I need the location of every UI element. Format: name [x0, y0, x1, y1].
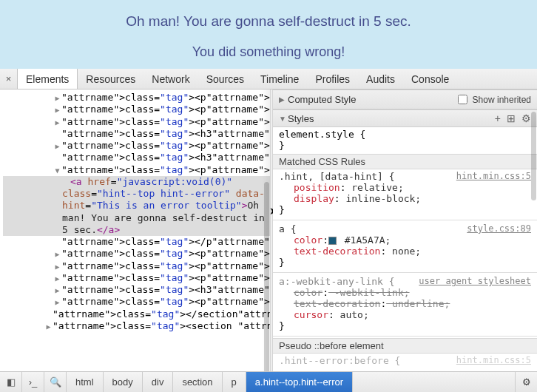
rule-selector: .hint, [data-hint] {: [279, 171, 395, 182]
css-property[interactable]: display: inline-block;: [279, 193, 531, 204]
devtools-tabbar: × Elements Resources Network Sources Tim…: [0, 69, 537, 89]
css-property[interactable]: color: -webkit-link;: [279, 287, 531, 298]
breadcrumb-item[interactable]: a.hint--top.hint--error: [246, 372, 353, 392]
source-link[interactable]: style.css:89: [467, 223, 531, 234]
breadcrumb-item[interactable]: p: [223, 372, 246, 392]
computed-style-header[interactable]: ▶ Computed Style Show inherited: [273, 89, 537, 109]
dom-node[interactable]: ▶"attrname">class="tag"><p"attrname">cla…: [3, 116, 270, 128]
tab-sources[interactable]: Sources: [198, 69, 252, 89]
styles-header[interactable]: ▼ Styles + ⊞ ⚙: [273, 109, 537, 127]
dom-node[interactable]: ▶"attrname">class="tag"><h3"attrname">cl…: [3, 284, 270, 296]
breadcrumb: htmlbodydivsectionpa.hint--top.hint--err…: [67, 372, 353, 392]
dom-node[interactable]: "attrname">class="tag"><h3"attrname">cla…: [3, 152, 270, 163]
rule-close: }: [279, 204, 531, 215]
dock-icon[interactable]: ◧: [0, 372, 22, 392]
page-preview: Oh man! You are gonna self-destruct in 5…: [0, 0, 537, 69]
disclosure-triangle-icon[interactable]: ▶: [53, 286, 61, 296]
breadcrumb-item[interactable]: body: [104, 372, 143, 392]
tab-network[interactable]: Network: [143, 69, 197, 89]
dom-node[interactable]: ▶"attrname">class="tag"><p"attrname">cla…: [3, 260, 270, 272]
tab-timeline[interactable]: Timeline: [252, 69, 307, 89]
styles-panel: ▶ Computed Style Show inherited ▼ Styles…: [273, 89, 537, 371]
css-rule[interactable]: a:-webkit-any-link {user agent styleshee…: [273, 274, 537, 334]
dom-node[interactable]: "attrname">class="tag"><h3"attrname">cla…: [3, 128, 270, 140]
disclosure-triangle-icon[interactable]: ▶: [53, 106, 61, 115]
bottombar: ◧ ›_ 🔍 htmlbodydivsectionpa.hint--top.hi…: [0, 371, 537, 392]
tooltip-line2: You did something wrong!: [0, 44, 537, 60]
styles-label: Styles: [288, 113, 495, 124]
source-link[interactable]: hint.min.css:5: [456, 355, 531, 366]
pseudo-before-header: Pseudo ::before element: [273, 338, 537, 354]
scrollbar-thumb[interactable]: [264, 182, 269, 371]
rule-close: }: [279, 320, 531, 331]
dom-node[interactable]: ▶"attrname">class="tag"><section "attrna…: [3, 320, 270, 332]
breadcrumb-item[interactable]: section: [173, 372, 222, 392]
tab-elements[interactable]: Elements: [17, 69, 78, 89]
search-icon[interactable]: 🔍: [44, 372, 67, 392]
css-property[interactable]: text-decoration: underline;: [279, 298, 531, 309]
chevron-down-icon: ▼: [279, 115, 288, 123]
show-inherited-label: Show inherited: [473, 95, 531, 105]
source-link[interactable]: user agent stylesheet: [419, 276, 531, 287]
settings-gear-icon[interactable]: ⚙: [515, 372, 537, 392]
disclosure-triangle-icon[interactable]: ▼: [53, 166, 61, 176]
tab-console[interactable]: Console: [403, 69, 457, 89]
dom-node[interactable]: ▶"attrname">class="tag"><p"attrname">cla…: [3, 248, 270, 260]
tab-profiles[interactable]: Profiles: [307, 69, 358, 89]
rule-selector: .hint--error:before {: [279, 355, 400, 366]
tab-audits[interactable]: Audits: [358, 69, 403, 89]
gear-icon[interactable]: ⚙: [521, 112, 531, 124]
dom-node[interactable]: ▶"attrname">class="tag"><p"attrname">cla…: [3, 296, 270, 308]
matched-rules-header: Matched CSS Rules: [273, 154, 537, 169]
dom-node[interactable]: "attrname">class="tag"></section"attrnam…: [3, 308, 270, 320]
color-swatch-icon[interactable]: [328, 237, 337, 245]
scrollbar-thumb[interactable]: [531, 112, 536, 200]
computed-style-label: Computed Style: [288, 94, 455, 105]
dom-node[interactable]: "attrname">class="tag"></p"attrname">cla…: [3, 236, 270, 248]
new-rule-icon[interactable]: +: [495, 112, 501, 124]
show-inherited-checkbox[interactable]: [458, 95, 467, 104]
breadcrumb-item[interactable]: div: [143, 372, 174, 392]
rule-selector: a:-webkit-any-link {: [279, 276, 395, 287]
rule-selector: element.style {: [279, 129, 531, 140]
dom-node[interactable]: ▼"attrname">class="tag"><p"attrname">cla…: [3, 164, 270, 176]
dom-node[interactable]: ▶"attrname">class="tag"><p"attrname">cla…: [3, 272, 270, 284]
console-toggle-icon[interactable]: ›_: [22, 372, 44, 392]
css-property[interactable]: cursor: auto;: [279, 309, 531, 320]
chevron-right-icon: ▶: [279, 95, 288, 104]
css-property[interactable]: position: relative;: [279, 182, 531, 193]
dom-node[interactable]: <a href="javascript:void(0)" class="hint…: [3, 176, 270, 236]
tooltip-line1: Oh man! You are gonna self-destruct in 5…: [0, 13, 537, 30]
dom-panel[interactable]: ▶"attrname">class="tag"><p"attrname">cla…: [0, 89, 270, 371]
rule-close: }: [279, 257, 531, 268]
disclosure-triangle-icon[interactable]: ▶: [53, 298, 61, 308]
disclosure-triangle-icon[interactable]: ▶: [53, 142, 61, 152]
rule-close: }: [279, 140, 531, 151]
dom-node[interactable]: ▶"attrname">class="tag"><p"attrname">cla…: [3, 92, 270, 104]
pseudo-rule[interactable]: .hint--error:before { hint.min.css:5: [273, 354, 537, 369]
css-rule[interactable]: .hint, [data-hint] {hint.min.css:5positi…: [273, 169, 537, 218]
disclosure-triangle-icon[interactable]: ▶: [53, 250, 61, 260]
breadcrumb-item[interactable]: html: [67, 372, 104, 392]
main-area: ▶"attrname">class="tag"><p"attrname">cla…: [0, 89, 537, 371]
css-property[interactable]: color: #1A5A7A;: [279, 234, 531, 246]
disclosure-triangle-icon[interactable]: ▶: [53, 118, 61, 128]
rule-selector: a {: [279, 223, 296, 234]
toggle-states-icon[interactable]: ⊞: [507, 112, 516, 124]
source-link[interactable]: hint.min.css:5: [456, 171, 531, 182]
element-style-rule[interactable]: element.style { }: [273, 127, 537, 154]
disclosure-triangle-icon[interactable]: ▶: [53, 94, 61, 104]
dom-node[interactable]: ▶"attrname">class="tag"><p"attrname">cla…: [3, 104, 270, 115]
dom-node[interactable]: ▶"attrname">class="tag"><p"attrname">cla…: [3, 140, 270, 152]
disclosure-triangle-icon[interactable]: ▶: [53, 274, 61, 284]
disclosure-triangle-icon[interactable]: ▶: [44, 322, 53, 332]
show-inherited-toggle[interactable]: Show inherited: [455, 92, 531, 107]
css-rule[interactable]: a {style.css:89color: #1A5A7A;text-decor…: [273, 222, 537, 271]
disclosure-triangle-icon[interactable]: ▶: [53, 263, 61, 272]
css-property[interactable]: text-decoration: none;: [279, 246, 531, 257]
close-icon[interactable]: ×: [0, 69, 18, 89]
tab-resources[interactable]: Resources: [78, 69, 143, 89]
